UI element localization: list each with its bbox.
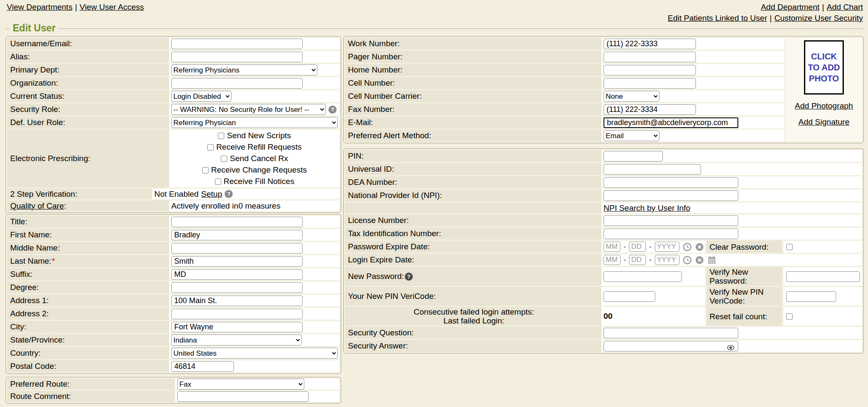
cell-number-input[interactable] bbox=[604, 78, 696, 89]
route-comment-input[interactable] bbox=[177, 391, 309, 402]
pager-number-input[interactable] bbox=[604, 52, 696, 62]
clear-date-icon[interactable] bbox=[695, 256, 704, 265]
cell-number-row: Cell Number: bbox=[345, 77, 785, 89]
current-status-select[interactable]: Login Disabled bbox=[171, 91, 231, 102]
page-title: Edit User bbox=[9, 22, 59, 34]
pager-number-row: Pager Number: bbox=[345, 51, 785, 63]
verify-new-password-input[interactable] bbox=[786, 271, 860, 282]
universal-id-input[interactable] bbox=[604, 164, 701, 175]
last-name-input[interactable] bbox=[171, 256, 303, 267]
add-signature-link[interactable]: Add Signature bbox=[798, 117, 849, 127]
add-department-link[interactable]: Add Department bbox=[761, 3, 819, 11]
degree-input[interactable] bbox=[171, 282, 303, 293]
first-name-label: First Name: bbox=[7, 229, 169, 241]
login-expire-dd-input[interactable] bbox=[629, 255, 646, 265]
receive-fill-notices-checkbox[interactable] bbox=[215, 178, 221, 185]
reveal-password-eye-icon[interactable] bbox=[727, 343, 734, 353]
password-expire-dd-input[interactable] bbox=[629, 242, 646, 252]
receive-fill-notices-option: Receive Fill Notices bbox=[215, 176, 295, 187]
view-user-access-link[interactable]: View User Access bbox=[80, 3, 144, 11]
username-input[interactable] bbox=[171, 39, 303, 49]
security-question-input[interactable] bbox=[604, 328, 738, 338]
account-section: Username/Email: Alias: Primary Dept: Ref… bbox=[6, 36, 341, 213]
photo-placeholder-line: CLICK bbox=[811, 51, 837, 62]
country-select[interactable]: United States bbox=[171, 348, 338, 359]
organization-input[interactable] bbox=[171, 78, 303, 89]
two-step-row: 2 Step Verification: Not Enabled Setup ? bbox=[7, 189, 339, 199]
login-expire-yyyy-input[interactable] bbox=[655, 255, 679, 265]
send-cancel-rx-checkbox[interactable] bbox=[221, 156, 227, 162]
reset-fail-count-checkbox[interactable] bbox=[786, 313, 793, 320]
work-number-input[interactable] bbox=[604, 39, 696, 49]
npi-input[interactable] bbox=[604, 190, 738, 201]
help-icon[interactable]: ? bbox=[225, 190, 233, 198]
password-expire-mm-input[interactable] bbox=[604, 242, 620, 252]
pin-input[interactable] bbox=[604, 151, 663, 162]
edit-patients-linked-link[interactable]: Edit Patients Linked to User bbox=[668, 14, 767, 22]
pin-vericode-input[interactable] bbox=[604, 291, 655, 302]
security-answer-input[interactable] bbox=[604, 341, 738, 351]
alert-method-select[interactable]: Email bbox=[604, 130, 659, 141]
clock-icon[interactable] bbox=[683, 256, 692, 265]
degree-label: Degree: bbox=[7, 282, 169, 293]
clock-icon[interactable] bbox=[683, 243, 692, 251]
state-select[interactable]: Indiana bbox=[171, 335, 302, 346]
primary-dept-select[interactable]: Referring Physicians bbox=[171, 64, 317, 75]
first-name-input[interactable] bbox=[171, 230, 303, 240]
dea-number-input[interactable] bbox=[604, 177, 738, 188]
middle-name-input[interactable] bbox=[171, 243, 303, 254]
new-password-row: New Password:? Verify New Password: bbox=[345, 267, 862, 286]
add-chart-link[interactable]: Add Chart bbox=[826, 3, 863, 11]
pin-label: PIN: bbox=[345, 150, 601, 162]
alias-input[interactable] bbox=[171, 52, 303, 62]
cell-carrier-select[interactable]: None bbox=[604, 91, 659, 102]
new-password-input[interactable] bbox=[604, 271, 682, 282]
last-name-label: Last Name: bbox=[10, 256, 51, 266]
view-departments-link[interactable]: View Departments bbox=[7, 3, 72, 11]
add-photograph-link[interactable]: Add Photograph bbox=[795, 101, 853, 111]
security-role-select[interactable]: -- WARNING: No Security Role for User! -… bbox=[171, 104, 326, 115]
organization-row: Organization: bbox=[7, 77, 339, 89]
home-number-input[interactable] bbox=[604, 65, 696, 75]
required-asterisk: * bbox=[52, 256, 55, 266]
credentials-section: PIN: Universal ID: DEA Number: National … bbox=[343, 148, 864, 354]
npi-search-link[interactable]: NPI Search by User Info bbox=[604, 204, 690, 213]
quality-of-care-link[interactable]: Quality of Care bbox=[10, 201, 64, 211]
clear-date-icon[interactable] bbox=[695, 243, 704, 251]
preferred-route-select[interactable]: Fax bbox=[177, 379, 304, 390]
email-row: E-Mail: bbox=[345, 117, 785, 128]
address1-input[interactable] bbox=[171, 295, 303, 306]
receive-change-requests-checkbox[interactable] bbox=[202, 167, 209, 173]
add-photo-box[interactable]: CLICK TO ADD PHOTO bbox=[804, 40, 844, 95]
fax-number-label: Fax Number: bbox=[345, 103, 601, 115]
password-expire-row: Password Expire Date: -- Clear Password: bbox=[345, 241, 862, 253]
fax-number-input[interactable] bbox=[604, 104, 696, 115]
receive-refill-requests-checkbox[interactable] bbox=[207, 144, 214, 151]
address2-input[interactable] bbox=[171, 309, 303, 319]
license-number-input[interactable] bbox=[604, 215, 738, 226]
calendar-icon[interactable] bbox=[707, 256, 716, 265]
email-input[interactable] bbox=[604, 117, 738, 128]
login-expire-mm-input[interactable] bbox=[604, 255, 620, 265]
password-expire-yyyy-input[interactable] bbox=[655, 242, 679, 252]
suffix-input[interactable] bbox=[171, 269, 303, 280]
universal-id-label: Universal ID: bbox=[345, 163, 601, 175]
top-nav-right-1: Add Department|Add Chart bbox=[761, 3, 863, 12]
def-user-role-select[interactable]: Referring Physician bbox=[171, 117, 338, 128]
customize-user-security-link[interactable]: Customize User Security bbox=[774, 14, 863, 22]
postal-code-input[interactable] bbox=[171, 361, 234, 372]
verify-pin-vericode-input[interactable] bbox=[786, 291, 836, 302]
help-icon[interactable]: ? bbox=[405, 273, 413, 281]
edit-user-page: { "legend": "Edit User", "nav": { "separ… bbox=[0, 0, 868, 407]
contact-section: Work Number: Pager Number: Home Number: … bbox=[343, 36, 864, 143]
tax-id-input[interactable] bbox=[604, 229, 738, 239]
city-input[interactable] bbox=[171, 322, 303, 332]
help-icon[interactable]: ? bbox=[328, 106, 337, 114]
two-step-setup-link[interactable]: Setup bbox=[201, 190, 223, 199]
clear-password-checkbox[interactable] bbox=[786, 244, 793, 250]
title-input[interactable] bbox=[171, 217, 303, 227]
work-number-row: Work Number: bbox=[345, 38, 785, 50]
preferred-route-row: Preferred Route: Fax bbox=[7, 379, 339, 390]
checkbox-label: Receive Fill Notices bbox=[224, 177, 295, 186]
send-new-scripts-checkbox[interactable] bbox=[218, 133, 224, 139]
